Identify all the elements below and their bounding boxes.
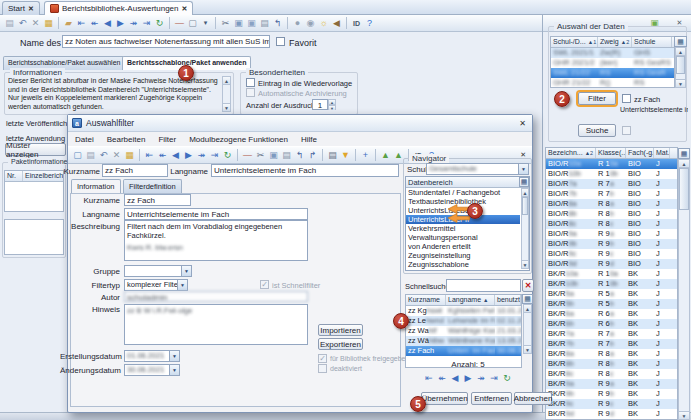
new-icon[interactable]: ▢ <box>71 149 84 162</box>
scroll-up-icon[interactable]: ▲ <box>679 160 689 168</box>
anzahl-spinner[interactable]: ▲ ▼ <box>328 99 336 110</box>
wiedervorlage-checkbox[interactable] <box>246 78 255 87</box>
copy-2-icon[interactable]: ▣ <box>245 17 258 30</box>
exportieren-button[interactable]: Exportieren <box>318 338 363 350</box>
menu-bearbeiten[interactable]: Bearbeiten <box>107 135 146 144</box>
nav-prev-icon[interactable]: ◀ <box>169 149 182 162</box>
column-header[interactable]: Schule <box>632 37 672 47</box>
abbrechen-button[interactable]: Abbrechen <box>514 392 552 405</box>
anzahl-ausdrucke-input[interactable]: 1 <box>312 99 328 110</box>
delete-icon[interactable]: ✕ <box>29 17 42 30</box>
rec-first-icon[interactable]: ⇤ <box>423 371 436 384</box>
zz-fach-checkbox[interactable] <box>622 94 631 103</box>
beschreibung-textarea[interactable]: Filtert nach dem im Vorabdialog eingegeb… <box>124 220 308 261</box>
grid-row[interactable]: zz FachUnterr. im Fach30.06.2021 <box>406 346 521 356</box>
grid-row[interactable]: BK/R6bR 6bBKJ <box>546 319 677 329</box>
remove-icon[interactable]: — <box>173 17 186 30</box>
navigator-item-verwaltungspersonal[interactable]: Verwaltungspersonal <box>406 233 520 242</box>
grid-settings-button[interactable]: ▦ <box>519 177 529 187</box>
close-tab-icon[interactable]: ✕ <box>28 5 34 13</box>
grid-row[interactable]: BK/R5aR 5aBKJ <box>546 289 677 299</box>
funnel-icon[interactable]: ◀ <box>330 17 343 30</box>
uebernehmen-button[interactable]: Übernehmen <box>421 392 468 405</box>
menu-datei[interactable]: Datei <box>75 135 94 144</box>
edit-notes-icon[interactable]: ▦ <box>123 149 136 162</box>
form-kurzname-input[interactable]: zz Fach <box>124 194 191 206</box>
form-langname-input[interactable]: Unterrichtselemente im Fach <box>124 208 308 220</box>
filter-results-grid[interactable]: KurznameLangname▲benutztzz KghswtKghswte… <box>405 294 522 368</box>
scroll-down-icon[interactable]: ▼ <box>223 103 230 111</box>
report-name-input[interactable]: zz Noten aus fachweiser Notenerfassung m… <box>62 35 270 48</box>
nav-prev-page-icon[interactable]: ↞ <box>88 17 101 30</box>
nav-next-icon[interactable]: ▶ <box>182 149 195 162</box>
column-header[interactable]: Mat...▲1 <box>654 148 670 158</box>
grid-row[interactable]: BK/R9bR 9bBKJ <box>546 389 677 399</box>
grid-row[interactable]: BIO/R9cR 9cBIOJ <box>546 249 677 259</box>
copy-icon[interactable]: ▣ <box>267 149 280 162</box>
cut-icon[interactable]: ✂ <box>254 149 267 162</box>
new-page-icon[interactable]: ▢ <box>186 17 199 30</box>
grid-row[interactable]: BIO/R9bR 9bBIOJ <box>546 239 677 249</box>
cut-icon[interactable]: ✂ <box>219 17 232 30</box>
nav-first-icon[interactable]: ⇤ <box>75 17 88 30</box>
grid-row[interactable]: BIO/R9aR 9aBIOJ <box>546 229 677 239</box>
kurzname-input[interactable]: zz Fach <box>102 164 168 177</box>
nav-last-icon[interactable]: ⇥ <box>140 17 153 30</box>
column-header[interactable]: Langname▲ <box>446 295 495 305</box>
scroll-down-icon[interactable]: ▼ <box>679 411 689 419</box>
chevron-down-icon[interactable]: ▼ <box>518 164 528 174</box>
kurs-grid[interactable]: Bezeichn...▲2Klasse(...Fach(-g...Mat...▲… <box>545 147 678 420</box>
rec-next-page-icon[interactable]: ↠ <box>475 371 488 384</box>
aenderungsdatum-dropdown[interactable]: 30.06.2021▼ <box>124 364 180 376</box>
scroll-down-icon[interactable]: ▼ <box>522 260 528 268</box>
navigator-item-stundentafel-fachangebot[interactable]: Stundentafel / Fachangebot <box>406 188 520 197</box>
grid-row[interactable]: BK/R8aR 8aBKJ <box>546 349 677 359</box>
copy-icon[interactable]: ▣ <box>232 17 245 30</box>
grid-row[interactable]: BIO/R10aR 10aBIOJ <box>546 159 677 169</box>
menu-filter[interactable]: Filter <box>158 135 176 144</box>
grid-row[interactable]: BK/R8bR 8bBKJ <box>546 359 677 369</box>
help-icon[interactable]: ? <box>363 17 376 30</box>
scroll-up-icon[interactable]: ▲ <box>522 189 528 197</box>
column-header[interactable]: Kurzname <box>406 295 446 305</box>
chevron-down-icon[interactable]: ▼ <box>169 365 179 375</box>
tab-berichtsbibliothek[interactable]: Berichtsbibliothek-Auswertungen ✕ <box>44 1 193 15</box>
scroll-thumb[interactable] <box>522 197 528 215</box>
page-dropdown-icon[interactable]: ▾ <box>199 17 212 30</box>
navigator-item-verkehrsmittel[interactable]: Verkehrsmittel <box>406 224 520 233</box>
refresh-icon[interactable]: ↻ <box>221 149 234 162</box>
bulb-icon[interactable]: ☼ <box>317 17 330 30</box>
grid-row[interactable]: zz KghswtKghswten Fwl10.01.2019 <box>406 306 521 316</box>
navigator-item-von-anderen-erteilt[interactable]: von Anderen erteilt <box>406 242 520 251</box>
dialog-close-icon[interactable]: ✕ <box>519 119 528 128</box>
grid-row[interactable]: BK/R10bR 10bBKJ <box>546 279 677 289</box>
nav-next-page-icon[interactable]: ↠ <box>127 17 140 30</box>
save-icon[interactable]: ▤ <box>84 149 97 162</box>
filtertyp-dropdown[interactable]: komplexer Filter▼ <box>124 279 188 291</box>
grid-row[interactable]: BIO/R8cR 8cBIOJ <box>546 219 677 229</box>
column-header[interactable]: Schul-/D...▲1 <box>551 37 598 47</box>
turn-left-icon[interactable]: ↰ <box>293 149 306 162</box>
grid-settings-button[interactable]: ▦ <box>674 36 687 47</box>
chevron-down-icon[interactable]: ▼ <box>169 351 179 361</box>
erstellungsdatum-dropdown[interactable]: 01.06.2021▼ <box>124 350 180 362</box>
tab-filterdefinition[interactable]: Filterdefinition <box>123 179 182 193</box>
grid-row[interactable]: zz LehwndLehwnde im Fach02.11.2020 <box>406 316 521 326</box>
grid-row[interactable]: BK/R9cR 9cBKJ <box>546 399 677 409</box>
filter-funnel-icon[interactable]: ▼ <box>339 149 352 162</box>
undo-icon[interactable]: ↶ <box>16 17 29 30</box>
nav-last-icon[interactable]: ⇥ <box>208 149 221 162</box>
navigator-scrollbar[interactable]: ▲ ▼ <box>521 188 529 269</box>
chevron-down-icon[interactable]: ▼ <box>177 280 187 290</box>
edit-notes-icon[interactable]: ▦ <box>42 17 55 30</box>
paste-icon[interactable]: ▤ <box>280 149 293 162</box>
save-icon[interactable]: ▤ <box>3 17 16 30</box>
print-icon[interactable]: ▤ <box>326 149 339 162</box>
grid-row[interactable]: BK/R9dR 9dBKJ <box>546 409 677 419</box>
scroll-thumb[interactable] <box>676 56 685 74</box>
hinweis-textarea[interactable]: zz B W i.R.Fwl-olge <box>124 304 308 345</box>
scroll-thumb[interactable] <box>679 168 689 210</box>
grid-row[interactable]: GHR 2021/2(leer)RS GesRS <box>551 58 674 68</box>
nav-next-icon[interactable]: ▶ <box>114 17 127 30</box>
scroll-down-icon[interactable]: ▼ <box>676 79 685 87</box>
